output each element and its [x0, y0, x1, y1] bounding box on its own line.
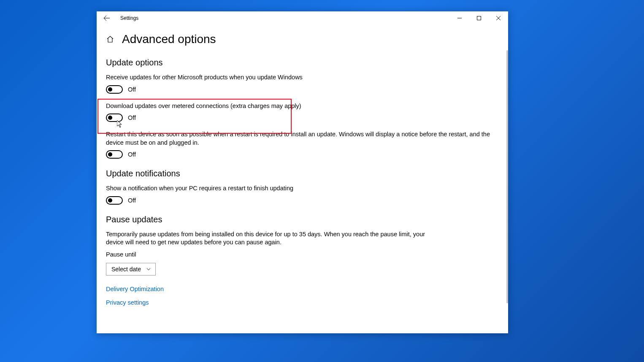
toggle-row-restart: Off — [106, 150, 499, 159]
toggle-state-restart: Off — [128, 151, 136, 158]
svg-rect-0 — [477, 16, 481, 20]
scrollbar[interactable] — [506, 50, 508, 303]
privacy-settings-link[interactable]: Privacy settings — [106, 299, 499, 306]
toggle-state-notification: Off — [128, 197, 136, 204]
toggle-row-receive-updates: Off — [106, 85, 499, 94]
titlebar: Settings — [97, 11, 508, 25]
home-button[interactable] — [106, 35, 114, 43]
delivery-optimization-link[interactable]: Delivery Optimization — [106, 286, 499, 292]
toggle-metered[interactable] — [106, 113, 123, 122]
pause-until-dropdown[interactable]: Select date — [106, 263, 156, 276]
section-heading-pause: Pause updates — [106, 215, 499, 224]
toggle-receive-updates[interactable] — [106, 85, 123, 94]
chevron-down-icon — [146, 267, 151, 272]
toggle-notification[interactable] — [106, 196, 123, 205]
app-title: Settings — [120, 15, 138, 21]
toggle-knob — [108, 198, 112, 203]
window-controls — [450, 11, 508, 25]
home-icon — [106, 35, 114, 43]
dropdown-value: Select date — [111, 266, 141, 273]
toggle-restart[interactable] — [106, 150, 123, 159]
pause-until-label: Pause until — [106, 251, 499, 258]
close-button[interactable] — [489, 11, 508, 25]
toggle-knob — [108, 87, 112, 92]
page-title: Advanced options — [122, 32, 216, 46]
back-button[interactable] — [103, 14, 111, 22]
section-update-options: Update options Receive updates for other… — [106, 58, 499, 159]
toggle-row-metered: Off — [106, 113, 499, 122]
toggle-state-metered: Off — [128, 114, 136, 121]
toggle-state-receive-updates: Off — [128, 86, 136, 93]
option-label-metered: Download updates over metered connection… — [106, 102, 499, 111]
minimize-button[interactable] — [450, 11, 469, 25]
option-label-receive-updates: Receive updates for other Microsoft prod… — [106, 73, 499, 82]
pause-description: Temporarily pause updates from being ins… — [106, 230, 427, 247]
maximize-icon — [477, 16, 481, 20]
titlebar-left: Settings — [103, 14, 138, 22]
section-pause-updates: Pause updates Temporarily pause updates … — [106, 215, 499, 276]
content-area: Advanced options Update options Receive … — [97, 25, 508, 333]
settings-window: Settings Advanced options Update — [97, 11, 508, 333]
minimize-icon — [457, 16, 462, 20]
close-icon — [496, 16, 501, 20]
section-update-notifications: Update notifications Show a notification… — [106, 169, 499, 205]
section-heading-update-options: Update options — [106, 58, 499, 68]
toggle-knob — [108, 116, 112, 120]
maximize-button[interactable] — [469, 11, 489, 25]
toggle-row-notification: Off — [106, 196, 499, 205]
option-label-notification: Show a notification when your PC require… — [106, 184, 499, 193]
option-label-restart: Restart this device as soon as possible … — [106, 130, 496, 147]
page-header: Advanced options — [106, 32, 499, 46]
toggle-knob — [108, 152, 112, 157]
section-heading-notifications: Update notifications — [106, 169, 499, 178]
back-arrow-icon — [103, 15, 110, 22]
